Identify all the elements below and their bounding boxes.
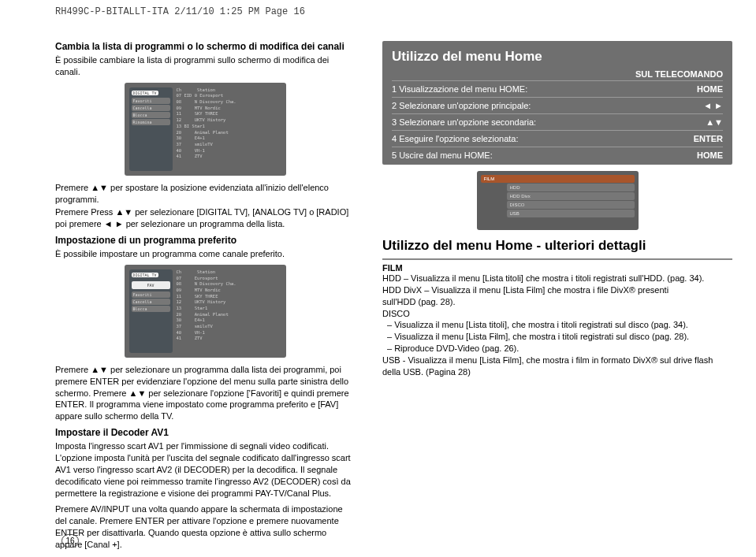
screenshot-1: DIGITAL TV Favoriti Cancella Blocca Rino… xyxy=(125,83,286,176)
details-box: FILM HDD – Visualizza il menu [Lista tit… xyxy=(382,258,732,378)
scr1-digital-label: DIGITAL TV xyxy=(132,91,158,95)
detail-l3: DISCO xyxy=(382,308,732,320)
scr2-b2: Blocca xyxy=(132,306,170,312)
page-number: 16 xyxy=(61,534,79,548)
detail-l4: – Visualizza il menu [Lista titoli], che… xyxy=(382,319,732,331)
scr1-h1: Ch xyxy=(177,87,182,92)
home-row-3: 3 Selezionare un'opzione secondaria:▲▼ xyxy=(392,113,723,130)
section-title-3: Impostare il Decoder AV1 xyxy=(55,427,355,438)
detail-l2b: sull'HDD (pag. 28). xyxy=(382,296,732,308)
scr2-fav: FAV xyxy=(132,281,170,289)
para-2b: Premere Press ▲▼ per selezionare [DIGITA… xyxy=(55,206,355,230)
scr2-digital-label: DIGITAL TV xyxy=(132,273,158,277)
section-title-1: Cambia la lista di programmi o lo scherm… xyxy=(55,41,355,52)
detail-l2a: HDD DivX – Visualizza il menu [Lista Fil… xyxy=(382,284,732,296)
para-2a: Premere ▲▼ per spostare la posizione evi… xyxy=(55,182,355,206)
para-3: Premere ▲▼ per selezionare un programma … xyxy=(55,364,355,422)
menu-hdd-divx: HDD Divx xyxy=(507,192,635,200)
detail-l1: HDD – Visualizza il menu [Lista titoli] … xyxy=(382,273,732,284)
page-header: RH499C-P-BITALLT-ITA 2/11/10 1:25 PM Pag… xyxy=(0,0,756,17)
scr1-del: Cancella xyxy=(132,105,170,111)
scr1-fav: Favoriti xyxy=(132,98,170,104)
home-row-4: 4 Eseguire l'opzione selezionata:ENTER xyxy=(392,130,723,147)
screenshot-2: DIGITAL TV FAV Favoriti Cancella Blocca … xyxy=(125,265,286,358)
menu-usb: USB xyxy=(507,210,635,217)
details-title: Utilizzo del menu Home - ulteriori detta… xyxy=(382,238,732,254)
detail-l7: USB - Visualizza il menu [Lista Film], c… xyxy=(382,355,732,378)
scr2-b0: Favoriti xyxy=(132,291,170,298)
home-menu-box: Utilizzo del menu Home SUL TELECOMANDO 1… xyxy=(382,41,732,165)
intro-1: È possibile cambiare la lista di program… xyxy=(55,54,355,78)
film-label: FILM xyxy=(382,263,732,273)
home-row-1: 1 Visualizzazione del menu HOME:HOME xyxy=(392,80,723,97)
page-content: Cambia la lista di programmi o lo scherm… xyxy=(0,17,756,552)
menu-hdd: HDD xyxy=(507,184,635,191)
home-row-2: 2 Selezionare un'opzione principale:◄ ► xyxy=(392,97,723,113)
scr1-rename: Rinomina xyxy=(132,119,170,125)
home-subtitle: SUL TELECOMANDO xyxy=(392,69,723,79)
left-column: Cambia la lista di programmi o lo scherm… xyxy=(55,41,355,552)
para-5: Premere AV/INPUT una volta quando appare… xyxy=(55,503,355,550)
menu-screenshot: FILM HDD HDD Divx DISCO USB xyxy=(477,171,639,230)
detail-l6: – Riproduce DVD-Video (pag. 26). xyxy=(382,343,732,355)
scr1-h2: Station xyxy=(197,87,215,92)
detail-l5: – Visualizza il menu [Lista Film], che m… xyxy=(382,331,732,343)
menu-film: FILM xyxy=(481,175,635,183)
intro-2: È possibile impostare un programma come … xyxy=(55,248,355,260)
home-title: Utilizzo del menu Home xyxy=(392,49,723,65)
scr1-lock: Blocca xyxy=(132,112,170,118)
para-4: Imposta l'ingresso scart AV1 per l'immis… xyxy=(55,440,355,499)
section-title-2: Impostazione di un programma preferito xyxy=(55,235,355,246)
home-row-5: 5 Uscire dal menu HOME:HOME xyxy=(392,147,723,163)
scr2-b1: Cancella xyxy=(132,299,170,305)
right-column: Utilizzo del menu Home SUL TELECOMANDO 1… xyxy=(382,41,732,552)
menu-disco: DISCO xyxy=(507,201,635,209)
